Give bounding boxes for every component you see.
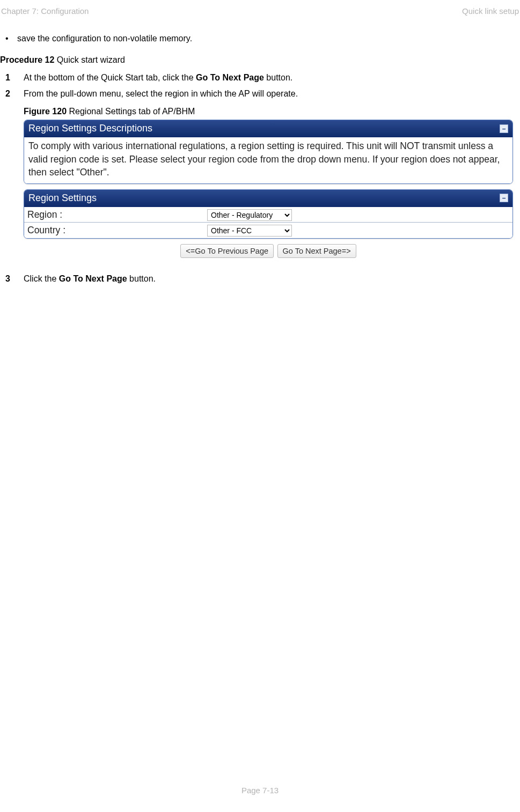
step-body: From the pull-down menu, select the regi… <box>24 88 520 269</box>
country-select[interactable]: Other - FCC <box>207 225 292 237</box>
procedure-label-rest: Quick start wizard <box>54 55 125 64</box>
panel-header: Region Settings Descriptions – <box>24 120 512 137</box>
step-body: At the bottom of the Quick Start tab, cl… <box>24 72 520 84</box>
settings-table: Region : Other - Regulatory Country : <box>24 207 512 238</box>
step3-pre: Click the <box>24 274 59 283</box>
go-next-button[interactable]: Go To Next Page=> <box>277 244 356 258</box>
region-select[interactable]: Other - Regulatory <box>207 209 292 221</box>
procedure-heading: Procedure 12 Quick start wizard <box>0 54 520 66</box>
header-left: Chapter 7: Configuration <box>1 5 89 17</box>
panel-body: Region : Other - Regulatory Country : <box>24 207 512 238</box>
region-label: Region : <box>24 207 204 223</box>
collapse-icon[interactable]: – <box>500 124 508 133</box>
procedure-label-bold: Procedure 12 <box>0 55 54 64</box>
step3-post: button. <box>127 274 156 283</box>
step1-pre: At the bottom of the Quick Start tab, cl… <box>24 73 196 82</box>
figure-caption-bold: Figure 120 <box>24 107 67 116</box>
region-value-cell: Other - Regulatory <box>204 207 512 223</box>
table-row: Region : Other - Regulatory <box>24 207 512 223</box>
country-value-cell: Other - FCC <box>204 223 512 238</box>
figure-caption: Figure 120 Regional Settings tab of AP/B… <box>24 106 520 117</box>
page-content: • save the configuration to non-volatile… <box>0 17 520 285</box>
step-number: 2 <box>2 88 24 269</box>
bullet-marker: • <box>5 33 17 45</box>
step1-post: button. <box>264 73 292 82</box>
panel-body: To comply with various international reg… <box>24 137 512 183</box>
bullet-item: • save the configuration to non-volatile… <box>0 33 520 45</box>
panel-header: Region Settings – <box>24 190 512 207</box>
step1-bold: Go To Next Page <box>196 73 264 82</box>
nav-buttons: <=Go To Previous Page Go To Next Page=> <box>24 244 513 258</box>
country-label: Country : <box>24 223 204 238</box>
panel-title: Region Settings Descriptions <box>28 122 152 135</box>
step-number: 1 <box>2 72 24 84</box>
collapse-icon[interactable]: – <box>500 194 508 202</box>
bullet-text: save the configuration to non-volatile m… <box>17 33 192 45</box>
panel-title: Region Settings <box>28 191 97 205</box>
step-body: Click the Go To Next Page button. <box>24 273 520 285</box>
figure-caption-rest: Regional Settings tab of AP/BHM <box>67 107 195 116</box>
step-3: 3 Click the Go To Next Page button. <box>2 273 520 285</box>
region-descriptions-panel: Region Settings Descriptions – To comply… <box>24 120 513 184</box>
step2-line: From the pull-down menu, select the regi… <box>24 88 520 100</box>
page-footer: Page 7-13 <box>0 785 520 796</box>
region-settings-panel: Region Settings – Region : Other - Regul… <box>24 189 513 239</box>
step-1: 1 At the bottom of the Quick Start tab, … <box>2 72 520 84</box>
step-number: 3 <box>2 273 24 285</box>
table-row: Country : Other - FCC <box>24 223 512 238</box>
step-2: 2 From the pull-down menu, select the re… <box>2 88 520 269</box>
page-header: Chapter 7: Configuration Quick link setu… <box>0 0 520 17</box>
header-right: Quick link setup <box>462 5 519 17</box>
step3-bold: Go To Next Page <box>59 274 127 283</box>
go-previous-button[interactable]: <=Go To Previous Page <box>180 244 274 258</box>
